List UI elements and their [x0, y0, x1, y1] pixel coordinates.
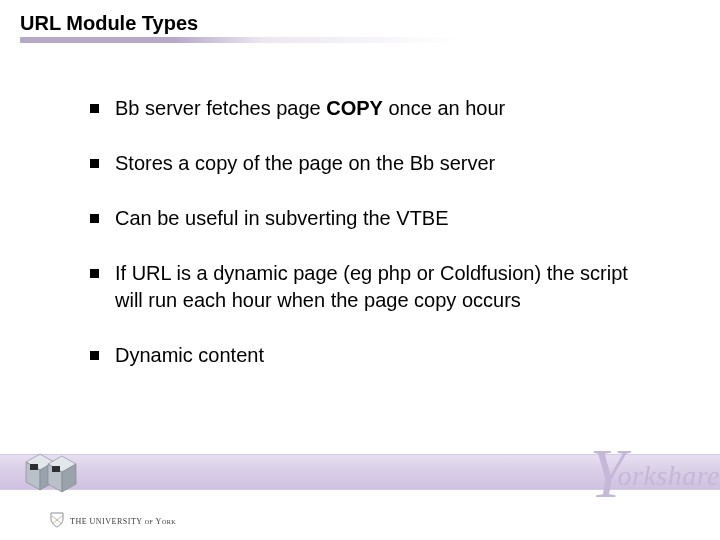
bullet-text: Stores a copy of the page on the Bb serv…	[115, 150, 650, 177]
bullet-icon	[90, 269, 99, 278]
university-label: THE UNIVERSITY of York	[70, 517, 176, 526]
svg-rect-7	[52, 466, 60, 472]
list-item: Dynamic content	[90, 342, 650, 369]
slide-title: URL Module Types	[20, 12, 720, 35]
svg-rect-3	[30, 464, 38, 470]
bullet-text: Bb server fetches page COPY once an hour	[115, 95, 650, 122]
server-cube-icon	[18, 440, 88, 500]
yorkshare-logo: Yorkshare	[590, 436, 720, 500]
bullet-text: Can be useful in subverting the VTBE	[115, 205, 650, 232]
list-item: Stores a copy of the page on the Bb serv…	[90, 150, 650, 177]
list-item: If URL is a dynamic page (eg php or Cold…	[90, 260, 650, 314]
bullet-icon	[90, 159, 99, 168]
university-shield-icon	[50, 512, 64, 528]
bullet-icon	[90, 214, 99, 223]
bullet-icon	[90, 104, 99, 113]
bullet-list: Bb server fetches page COPY once an hour…	[90, 95, 650, 397]
bullet-icon	[90, 351, 99, 360]
title-underline	[20, 37, 460, 43]
slide-title-block: URL Module Types	[20, 12, 720, 43]
list-item: Bb server fetches page COPY once an hour	[90, 95, 650, 122]
bullet-text: Dynamic content	[115, 342, 650, 369]
list-item: Can be useful in subverting the VTBE	[90, 205, 650, 232]
bullet-text: If URL is a dynamic page (eg php or Cold…	[115, 260, 650, 314]
yorkshare-logo-text: orkshare	[617, 462, 720, 490]
